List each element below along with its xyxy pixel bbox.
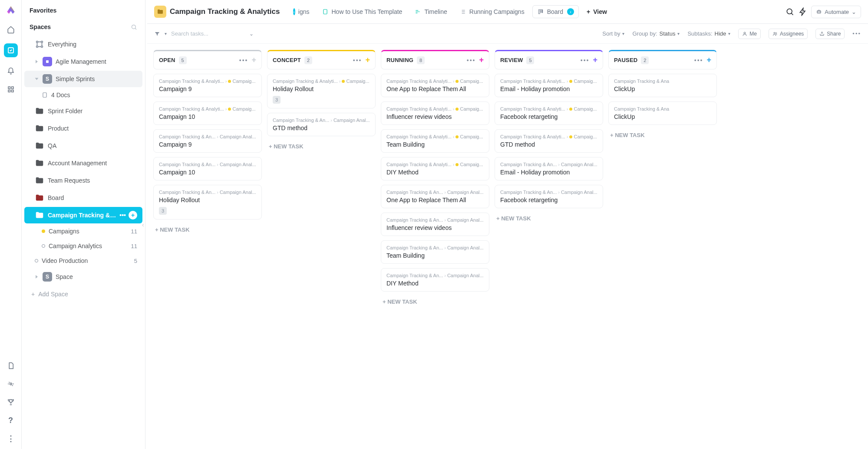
new-task-button[interactable]: + NEW TASK <box>153 224 262 236</box>
sidebar-campaigns[interactable]: Campaigns11 <box>24 224 142 238</box>
new-task-button[interactable]: + NEW TASK <box>267 141 376 152</box>
column-header[interactable]: RUNNING8•••+ <box>381 50 489 69</box>
task-card[interactable]: Campaign Tracking & An...›Campaign Anal.… <box>153 129 262 153</box>
tasks-icon[interactable] <box>4 43 18 57</box>
row-more-icon[interactable]: ••• <box>119 212 126 219</box>
share-chip[interactable]: Share <box>815 29 845 39</box>
list-icon <box>459 8 466 15</box>
spaces-header[interactable]: Spaces <box>22 18 145 36</box>
sidebar-product[interactable]: Product <box>24 120 142 137</box>
tab-howto[interactable]: How to Use This Template <box>317 6 407 18</box>
apps-icon[interactable] <box>7 85 15 94</box>
sidebar-campaign-tracking[interactable]: Campaign Tracking & Analy... ••• + <box>24 207 142 223</box>
chevron-down-icon[interactable]: ⌄ <box>249 31 254 37</box>
sort-by-dropdown[interactable]: Sort by▾ <box>602 30 624 37</box>
task-card[interactable]: Campaign Tracking & Analyti...›Campaig..… <box>495 102 603 125</box>
caret-icon[interactable] <box>35 59 39 64</box>
column-header[interactable]: OPEN5•••+ <box>153 50 262 69</box>
group-by-dropdown[interactable]: Group by:Status▾ <box>632 30 680 37</box>
sidebar-board[interactable]: Board <box>24 190 142 206</box>
sidebar-sprint-folder[interactable]: Sprint Folder <box>24 103 142 119</box>
trophy-icon[interactable] <box>7 398 15 406</box>
add-view-button[interactable]: +View <box>582 6 611 18</box>
task-card[interactable]: Campaign Tracking & Analyti...›Campaig..… <box>495 129 603 153</box>
column-more-icon[interactable]: ••• <box>694 57 703 64</box>
column-add-icon[interactable]: + <box>365 56 370 65</box>
caret-icon[interactable] <box>35 77 39 81</box>
task-card[interactable]: Campaign Tracking & An...›Campaign Anal.… <box>381 240 489 264</box>
task-card[interactable]: Campaign Tracking & Analyti...›Campaig..… <box>381 157 489 180</box>
new-task-button[interactable]: + NEW TASK <box>381 296 489 308</box>
column-header[interactable]: CONCEPT2•••+ <box>267 50 376 69</box>
doc-icon[interactable] <box>7 361 15 370</box>
sidebar-agile[interactable]: Agile Management <box>24 53 142 70</box>
column-more-icon[interactable]: ••• <box>467 57 476 64</box>
automate-button[interactable]: Automate⌄ <box>811 6 861 18</box>
add-space-button[interactable]: +Add Space <box>22 285 145 303</box>
new-task-button[interactable]: + NEW TASK <box>608 129 717 141</box>
home-icon[interactable] <box>7 25 15 34</box>
tab-running[interactable]: Running Campaigns <box>455 6 529 18</box>
task-card[interactable]: Campaign Tracking & Analyti...›Campaig..… <box>495 74 603 97</box>
more-options-icon[interactable]: ••• <box>852 30 861 37</box>
tab-board[interactable]: Board› <box>532 5 579 18</box>
tab-timeline[interactable]: Timeline <box>410 6 451 18</box>
search-spaces-icon[interactable] <box>131 24 137 30</box>
scroll-left-icon[interactable]: ‹ <box>293 8 295 15</box>
row-add-icon[interactable]: + <box>129 211 137 220</box>
column-more-icon[interactable]: ••• <box>353 57 362 64</box>
sidebar-account[interactable]: Account Management <box>24 155 142 171</box>
task-card[interactable]: Campaign Tracking & Analyti...›Campaig..… <box>381 74 489 97</box>
task-card[interactable]: Campaign Tracking & Analyti...›Campaig..… <box>381 102 489 125</box>
sidebar-video[interactable]: Video Production5 <box>24 254 142 268</box>
task-card[interactable]: Campaign Tracking & Analyti...›Campaig..… <box>267 74 376 108</box>
sidebar-campaign-analytics[interactable]: Campaign Analytics11 <box>24 239 142 253</box>
clickup-logo[interactable] <box>5 4 17 16</box>
task-card[interactable]: Campaign Tracking & An...›Campaign Anal.… <box>153 185 262 220</box>
help-icon[interactable]: ? <box>7 416 15 425</box>
task-card[interactable]: Campaign Tracking & AnaClickUp <box>608 102 717 125</box>
task-card[interactable]: Campaign Tracking & Analyti...›Campaig..… <box>381 129 489 153</box>
column-add-icon[interactable]: + <box>251 56 256 65</box>
more-icon[interactable]: ⋮ <box>7 434 15 443</box>
scroll-right-icon[interactable]: › <box>567 8 574 15</box>
task-card[interactable]: Campaign Tracking & An...›Campaign Anal.… <box>381 268 489 292</box>
column-header[interactable]: PAUSED2•••+ <box>608 50 717 69</box>
subtasks-dropdown[interactable]: Subtasks:Hide▾ <box>687 30 730 37</box>
sidebar-everything[interactable]: Everything <box>24 36 142 52</box>
task-card[interactable]: Campaign Tracking & An...›Campaign Anal.… <box>495 157 603 180</box>
column-add-icon[interactable]: + <box>593 56 597 65</box>
tab-campaigns-cut[interactable]: ‹igns <box>288 6 314 18</box>
favorites-header[interactable]: Favorites <box>22 0 145 18</box>
task-card[interactable]: Campaign Tracking & AnaClickUp <box>608 74 717 97</box>
task-card[interactable]: Campaign Tracking & Analyti...›Campaig..… <box>153 74 262 97</box>
sidebar-docs[interactable]: 4 Docs <box>24 88 142 102</box>
new-task-button[interactable]: + NEW TASK <box>495 213 603 224</box>
filter-icon[interactable] <box>154 31 160 37</box>
search-tasks-input[interactable]: Search tasks... <box>171 30 208 37</box>
me-chip[interactable]: Me <box>738 29 761 39</box>
column-header[interactable]: REVIEW5•••+ <box>495 50 603 69</box>
column-add-icon[interactable]: + <box>706 56 711 65</box>
task-card[interactable]: Campaign Tracking & An...›Campaign Anal.… <box>381 185 489 208</box>
bell-icon[interactable] <box>7 67 15 75</box>
chevron-down-icon[interactable]: ▾ <box>165 31 167 36</box>
caret-icon[interactable] <box>35 275 39 279</box>
task-card[interactable]: Campaign Tracking & An...›Campaign Anal.… <box>381 213 489 236</box>
task-card[interactable]: Campaign Tracking & Analyti...›Campaig..… <box>153 102 262 125</box>
column-more-icon[interactable]: ••• <box>581 57 590 64</box>
task-card[interactable]: Campaign Tracking & An...›Campaign Anal.… <box>153 157 262 180</box>
pulse-icon[interactable] <box>7 380 15 388</box>
svg-point-21 <box>744 32 746 34</box>
column-add-icon[interactable]: + <box>479 56 484 65</box>
sidebar-team-requests[interactable]: Team Requests <box>24 172 142 189</box>
task-card[interactable]: Campaign Tracking & An...›Campaign Anal.… <box>267 113 376 136</box>
assignees-chip[interactable]: Assignees <box>769 29 808 39</box>
sidebar-qa[interactable]: QA <box>24 138 142 154</box>
column-more-icon[interactable]: ••• <box>239 57 248 64</box>
search-icon[interactable] <box>785 7 795 16</box>
sidebar-space[interactable]: S Space <box>24 269 142 285</box>
bolt-icon[interactable] <box>798 7 808 16</box>
task-card[interactable]: Campaign Tracking & An...›Campaign Anal.… <box>495 185 603 208</box>
sidebar-simple-sprints[interactable]: S Simple Sprints <box>24 71 142 87</box>
